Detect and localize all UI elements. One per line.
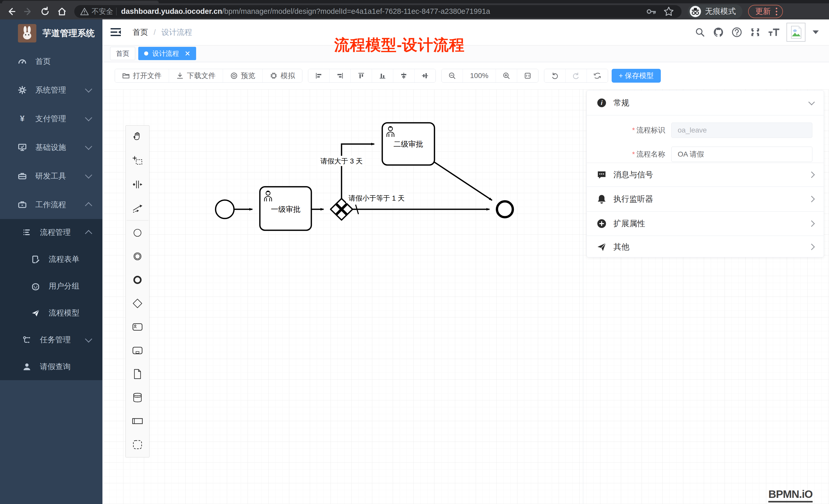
- sidebar-collapse-icon[interactable]: [111, 28, 121, 37]
- paper-plane-icon: [31, 309, 40, 317]
- browser-menu-icon[interactable]: [776, 8, 777, 15]
- user-task-level2[interactable]: 二级审批: [382, 123, 434, 165]
- preview-button[interactable]: 预览: [223, 69, 263, 82]
- browser-chrome: 不安全 dashboard.yudao.iocoder.cn/bpm/manag…: [0, 0, 829, 20]
- download-file-button[interactable]: 下载文件: [169, 69, 223, 82]
- update-label: 更新: [755, 6, 771, 16]
- zoom-level[interactable]: 100%: [463, 69, 496, 82]
- section-other[interactable]: 其他: [587, 236, 824, 258]
- browser-back-button[interactable]: [6, 6, 17, 17]
- sidebar-item-payment[interactable]: ¥ 支付管理: [0, 104, 102, 133]
- start-event[interactable]: [216, 200, 234, 219]
- save-model-button[interactable]: + 保存模型: [612, 69, 661, 83]
- chevron-down-icon: [85, 85, 92, 92]
- password-key-icon[interactable]: [646, 6, 656, 17]
- tab-home[interactable]: 首页: [110, 47, 135, 60]
- section-extended-attrs[interactable]: 扩展属性: [587, 211, 824, 236]
- sidebar-item-home[interactable]: 首页: [0, 47, 102, 76]
- undo-button[interactable]: [544, 69, 566, 82]
- chevron-right-icon: [808, 243, 815, 250]
- avatar[interactable]: [787, 23, 805, 42]
- align-center-vertical-button[interactable]: [414, 69, 435, 82]
- breadcrumb-home[interactable]: 首页: [133, 27, 148, 38]
- restart-button[interactable]: [587, 69, 608, 82]
- align-button-group: [308, 69, 436, 83]
- process-key-input[interactable]: [671, 122, 813, 138]
- browser-active-tab[interactable]: [2, 1, 159, 3]
- sidebar-item-task-mgmt[interactable]: 任务管理: [0, 326, 102, 353]
- not-secure-label: 不安全: [92, 7, 113, 16]
- github-icon[interactable]: [713, 27, 724, 38]
- header-search-icon[interactable]: [694, 27, 706, 38]
- process-name-input[interactable]: [671, 147, 813, 162]
- page-title-annotation: 流程模型-设计流程: [310, 35, 489, 55]
- sidebar-item-infra[interactable]: 基础设施: [0, 133, 102, 162]
- zoom-out-button[interactable]: [442, 69, 463, 82]
- zoom-in-button[interactable]: [496, 69, 517, 82]
- bookmark-star-icon[interactable]: [663, 6, 674, 17]
- browser-home-button[interactable]: [56, 6, 68, 17]
- tab-label: 首页: [116, 49, 129, 58]
- sidebar-item-process-mgmt[interactable]: 流程管理: [0, 219, 102, 246]
- field-label: 流程名称: [637, 150, 665, 158]
- tab-design-process[interactable]: 设计流程: [138, 47, 196, 60]
- sidebar-item-workflow[interactable]: 工作流程: [0, 190, 102, 219]
- avatar-caret-icon[interactable]: [813, 31, 819, 34]
- button-label: 模拟: [281, 71, 295, 81]
- sidebar-item-devtools[interactable]: 研发工具: [0, 162, 102, 190]
- end-event[interactable]: [497, 201, 513, 217]
- task-label: 二级审批: [394, 140, 423, 148]
- align-left-button[interactable]: [308, 69, 329, 82]
- task-label: 一级审批: [271, 205, 300, 214]
- url-bar[interactable]: 不安全 dashboard.yudao.iocoder.cn/bpm/manag…: [74, 5, 682, 18]
- chevron-down-icon: [808, 99, 815, 105]
- sidebar-item-label: 流程表单: [49, 254, 79, 265]
- yen-icon: ¥: [18, 114, 27, 123]
- section-general[interactable]: i 常规: [587, 90, 824, 115]
- incognito-badge[interactable]: 无痕模式: [688, 4, 743, 19]
- align-right-button[interactable]: [329, 69, 351, 82]
- zoom-reset-button[interactable]: [517, 69, 538, 82]
- sidebar-item-process-form[interactable]: 流程表单: [0, 246, 102, 273]
- chevron-down-icon: [85, 114, 92, 121]
- font-size-icon[interactable]: [768, 27, 779, 38]
- align-center-horizontal-button[interactable]: [393, 69, 414, 82]
- not-secure-warning-icon[interactable]: [79, 6, 90, 17]
- sidebar-item-label: 任务管理: [40, 335, 71, 345]
- flow-label-bottom[interactable]: 请假小于等于 1 天: [346, 193, 407, 203]
- app-logo: [18, 24, 36, 42]
- url-text[interactable]: dashboard.yudao.iocoder.cn/bpm/manager/m…: [121, 7, 490, 15]
- svg-text:请假小于等于 1 天: 请假小于等于 1 天: [349, 194, 404, 202]
- flow-label-top[interactable]: 请假大于 3 天: [318, 156, 365, 166]
- bpmn-canvas[interactable]: 一级审批 二级审批 请假大于 3 天 请假小于等于 1 天: [102, 89, 829, 504]
- url-path: /bpm/manager/model/design?modelId=e4a1a1…: [222, 7, 490, 15]
- section-execution-listener[interactable]: 执行监听器: [587, 187, 824, 211]
- section-message-signal[interactable]: 消息与信号: [587, 163, 824, 187]
- user-task-level1[interactable]: 一级审批: [260, 187, 311, 230]
- align-bottom-button[interactable]: [372, 69, 393, 82]
- browser-reload-button[interactable]: [39, 6, 51, 17]
- browser-forward-button[interactable]: [23, 6, 34, 17]
- chevron-down-icon: [85, 143, 92, 150]
- omnibox-divider: [116, 8, 116, 15]
- required-mark: *: [632, 126, 635, 134]
- close-icon[interactable]: [185, 51, 190, 56]
- process-name-field: *流程名称: [587, 147, 813, 162]
- simulate-button[interactable]: 模拟: [263, 69, 302, 82]
- open-file-button[interactable]: 打开文件: [115, 69, 169, 82]
- fullscreen-icon[interactable]: [750, 27, 761, 38]
- bpmn-io-logo[interactable]: BPMN.iO: [768, 488, 813, 502]
- browser-update-button[interactable]: 更新: [748, 5, 783, 18]
- bell-icon: [597, 194, 607, 204]
- help-icon[interactable]: [731, 27, 743, 38]
- monitor-icon: [18, 143, 27, 152]
- sidebar-item-leave-query[interactable]: 请假查询: [0, 353, 102, 380]
- sidebar-item-system[interactable]: 系统管理: [0, 76, 102, 104]
- redo-button[interactable]: [566, 69, 587, 82]
- app-logo-row[interactable]: 芋道管理系统: [0, 20, 102, 47]
- sidebar-item-user-group[interactable]: 用户分组: [0, 273, 102, 300]
- align-top-button[interactable]: [351, 69, 372, 82]
- incognito-label: 无痕模式: [705, 6, 736, 16]
- incognito-icon: [690, 6, 701, 17]
- sidebar-item-process-model[interactable]: 流程模型: [0, 300, 102, 326]
